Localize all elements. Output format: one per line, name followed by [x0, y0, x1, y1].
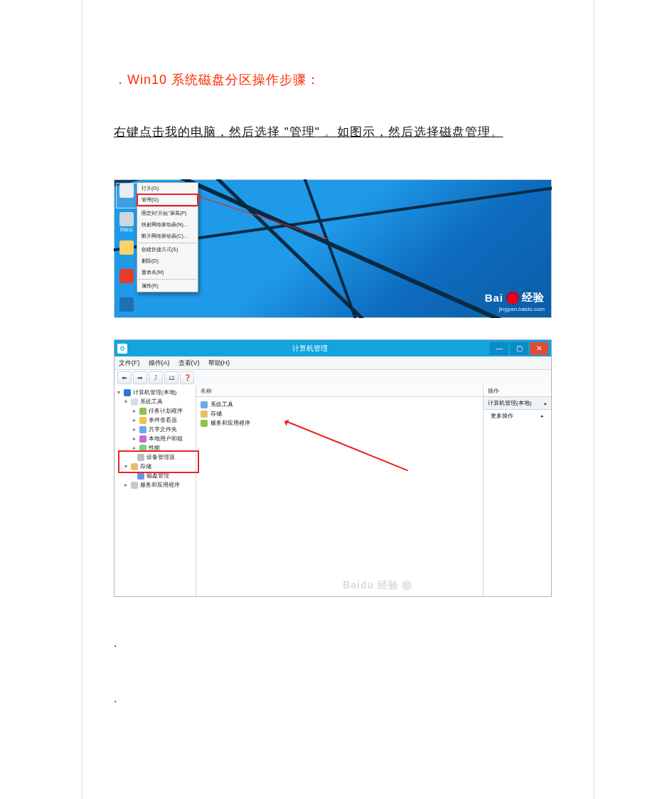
- folder-icon: [119, 240, 134, 255]
- menu-item-disconnect-drive[interactable]: 断开网络驱动器(C)...: [137, 231, 198, 242]
- list-item-label: 服务和应用程序: [210, 419, 250, 427]
- disk-management-icon: [137, 472, 144, 480]
- tree-label: 计算机管理(本地): [133, 388, 176, 396]
- watermark-logo-text: Bai: [485, 292, 503, 304]
- desktop-icons: 回收站: [117, 184, 137, 318]
- toolbar: ⬅ ➡ ⤴ 🗂 ❓: [114, 370, 551, 386]
- edge-icon: [119, 297, 134, 312]
- services-apps-icon: [131, 482, 138, 489]
- menu-item-delete[interactable]: 删除(D): [137, 255, 198, 267]
- actions-more-label: 更多操作: [491, 412, 513, 420]
- watermark-logo-text2: 经验: [522, 291, 545, 305]
- desktop-icon[interactable]: [117, 240, 137, 265]
- app-icon: ⚙: [117, 344, 127, 354]
- tree-services-apps[interactable]: ▸ 服务和应用程序: [116, 480, 194, 490]
- tree-disk-management[interactable]: 磁盘管理: [116, 471, 194, 480]
- watermark-text: Baidu 经验: [343, 579, 399, 592]
- qq-icon: [119, 269, 134, 283]
- menu-item-properties[interactable]: 属性(R): [137, 280, 198, 292]
- console-root-icon: [124, 389, 131, 396]
- services-apps-icon: [201, 420, 208, 427]
- menu-item-rename[interactable]: 重命名(M): [137, 267, 198, 278]
- chevron-right-icon: ▸: [541, 413, 544, 419]
- menu-file[interactable]: 文件(F): [119, 359, 140, 368]
- menu-help[interactable]: 帮助(H): [208, 359, 230, 368]
- window-titlebar: ⚙ 计算机管理 — ▢ ✕: [114, 340, 551, 356]
- tree-root[interactable]: ▾ 计算机管理(本地): [116, 388, 194, 397]
- tree-label: 共享文件夹: [149, 425, 177, 433]
- menu-separator: [139, 243, 196, 243]
- tree-local-users[interactable]: ▸ 本地用户和组: [116, 434, 194, 443]
- tree-device-manager[interactable]: 设备管理器: [116, 453, 194, 462]
- menu-item-open[interactable]: 打开(O): [137, 183, 198, 194]
- list-item[interactable]: 服务和应用程序: [201, 418, 479, 428]
- menu-item-create-shortcut[interactable]: 创建快捷方式(S): [137, 244, 198, 255]
- menubar: 文件(F) 操作(A) 查看(V) 帮助(H): [114, 356, 551, 370]
- actions-header: 操作: [484, 385, 551, 397]
- window-minimize-button[interactable]: —: [490, 342, 508, 355]
- desktop-icon[interactable]: 回收站: [117, 212, 137, 236]
- tree-label: 服务和应用程序: [140, 481, 180, 489]
- device-manager-icon: [137, 454, 144, 461]
- center-list: 系统工具 存储 服务和应用程序: [196, 397, 483, 430]
- tree-task-scheduler[interactable]: ▸ 任务计划程序: [116, 406, 194, 416]
- tree-performance[interactable]: ▸ 性能: [116, 443, 194, 453]
- menu-item-manage[interactable]: 管理(G): [137, 194, 198, 206]
- screenshot-computer-management: ⚙ 计算机管理 — ▢ ✕ 文件(F) 操作(A) 查看(V) 帮助(H) ⬅ …: [114, 339, 552, 597]
- toolbar-back-button[interactable]: ⬅: [117, 371, 132, 384]
- bullet-dot: ·: [114, 640, 555, 652]
- tree-label: 任务计划程序: [149, 407, 183, 415]
- menu-separator: [139, 206, 196, 207]
- baidu-paw-icon: [506, 292, 519, 305]
- page-heading: ．Win10 系统磁盘分区操作步骤：: [114, 71, 555, 88]
- window-maximize-button[interactable]: ▢: [510, 342, 528, 355]
- tree-shared-folders[interactable]: ▸ 共享文件夹: [116, 425, 194, 434]
- document-page: ．Win10 系统磁盘分区操作步骤： 右键点击我的电脑，然后选择 "管理" 。如…: [0, 0, 672, 799]
- tree-event-viewer[interactable]: ▸ 事件查看器: [116, 416, 194, 425]
- annotation-arrow: [199, 196, 328, 239]
- storage-icon: [131, 463, 138, 470]
- task-scheduler-icon: [139, 408, 146, 415]
- tree-label: 性能: [149, 444, 160, 452]
- baidu-watermark-faint: Baidu 经验: [343, 579, 412, 592]
- list-item[interactable]: 系统工具: [201, 400, 479, 409]
- toolbar-up-button[interactable]: ⤴: [149, 371, 163, 384]
- desktop-icon-label: 回收站: [120, 228, 133, 233]
- wallpaper-line: [296, 179, 420, 318]
- actions-group-label: 计算机管理(本地): [488, 399, 531, 407]
- local-users-icon: [139, 435, 146, 443]
- window-title: 计算机管理: [132, 344, 489, 354]
- ruler-left: [82, 0, 82, 799]
- list-item[interactable]: 存储: [201, 409, 479, 418]
- toolbar-help-button[interactable]: ❓: [180, 371, 194, 384]
- tree-label: 本地用户和组: [149, 435, 183, 443]
- system-tools-icon: [201, 401, 208, 408]
- shared-folders-icon: [139, 426, 146, 433]
- menu-item-map-drive[interactable]: 映射网络驱动器(N)...: [137, 219, 198, 231]
- tree-label: 设备管理器: [146, 453, 175, 461]
- list-item-label: 系统工具: [210, 401, 233, 408]
- toolbar-forward-button[interactable]: ➡: [133, 371, 147, 384]
- actions-group-title[interactable]: 计算机管理(本地) ▴: [484, 397, 551, 410]
- desktop-icon[interactable]: [117, 269, 137, 293]
- ruler-right: [594, 0, 594, 799]
- context-menu: 打开(O) 管理(G) 固定到"开始"屏幕(P) 映射网络驱动器(N)... 断…: [137, 182, 198, 292]
- desktop-icon[interactable]: [117, 297, 137, 318]
- system-tools-icon: [131, 398, 138, 406]
- watermark-url: jingyan.baidu.com: [499, 306, 545, 312]
- screenshot-desktop: 回收站 打开(O) 管理(G) 固定到"开始"屏幕(P) 映射网络驱动器(N).…: [114, 179, 552, 318]
- window-close-button[interactable]: ✕: [530, 342, 548, 355]
- baidu-paw-icon: [402, 581, 412, 591]
- actions-pane: 操作 计算机管理(本地) ▴ 更多操作 ▸: [484, 385, 551, 596]
- desktop-icon-this-pc[interactable]: [117, 184, 137, 208]
- event-viewer-icon: [139, 417, 146, 424]
- chevron-up-icon: ▴: [544, 401, 547, 406]
- tree-system-tools[interactable]: ▾ 系统工具: [116, 397, 194, 406]
- menu-item-pin-start[interactable]: 固定到"开始"屏幕(P): [137, 208, 198, 219]
- tree-label: 存储: [140, 462, 151, 470]
- menu-view[interactable]: 查看(V): [178, 359, 200, 368]
- toolbar-show-button[interactable]: 🗂: [164, 371, 178, 384]
- tree-storage[interactable]: ▾ 存储: [116, 462, 194, 471]
- menu-action[interactable]: 操作(A): [149, 359, 170, 368]
- actions-more[interactable]: 更多操作 ▸: [484, 410, 551, 422]
